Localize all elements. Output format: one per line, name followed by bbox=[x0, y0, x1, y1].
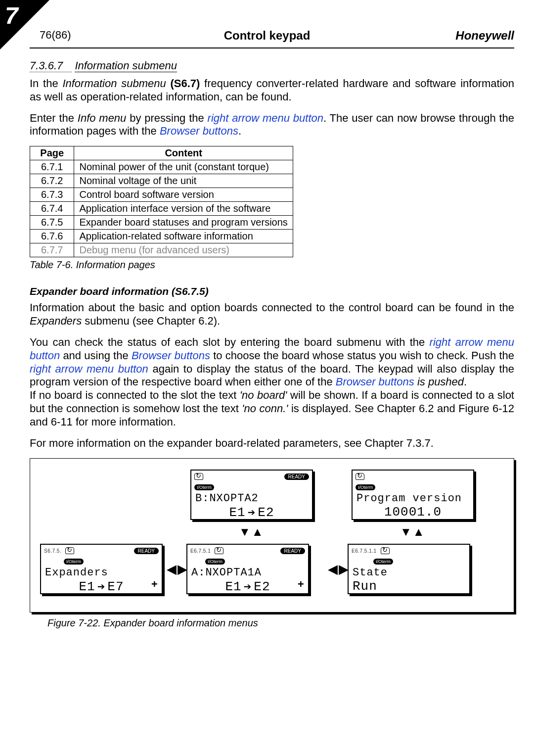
header-rule bbox=[30, 47, 514, 48]
brand-logo: Honeywell bbox=[455, 29, 514, 43]
right-arrow-link: right arrow menu button bbox=[208, 112, 323, 124]
paragraph-sub-1: Information about the basic and option b… bbox=[30, 301, 514, 328]
lcd-line1: A:NXOPTA1A bbox=[187, 567, 308, 579]
section-title: Information submenu bbox=[75, 59, 177, 72]
table-row: 6.7.1Nominal power of the unit (constant… bbox=[30, 160, 293, 174]
rotate-icon bbox=[215, 547, 223, 554]
rotate-icon bbox=[381, 547, 390, 554]
left-right-nav-icon: ◀▶ bbox=[167, 562, 187, 577]
lcd-line1: Expanders bbox=[41, 567, 162, 579]
table-row: 6.7.7Debug menu (for advanced users) bbox=[30, 243, 293, 257]
rotate-icon bbox=[65, 547, 74, 554]
browser-buttons-link: Browser buttons bbox=[160, 125, 238, 137]
col-content: Content bbox=[74, 146, 293, 160]
section-number: 7.3.6.7 bbox=[30, 59, 72, 72]
left-right-nav-icon: ◀▶ bbox=[328, 562, 349, 577]
ready-badge: READY bbox=[280, 548, 305, 554]
table-row: 6.7.5Expander board statuses and program… bbox=[30, 216, 293, 230]
paragraph-sub-2: You can check the status of each slot by… bbox=[30, 336, 514, 389]
table-row: 6.7.2Nominal voltage of the unit bbox=[30, 174, 293, 188]
chapter-number: 7 bbox=[5, 2, 18, 29]
lcd-line1: State bbox=[349, 567, 469, 579]
page-title: Control keypad bbox=[0, 29, 534, 43]
ioterm-badge: I/Oterm bbox=[194, 484, 214, 490]
ready-badge: READY bbox=[284, 473, 309, 480]
lcd-line1: Program version bbox=[353, 492, 473, 505]
rotate-icon bbox=[194, 473, 203, 480]
lcd-path: E6.7.5.1 bbox=[190, 548, 211, 554]
lcd-path: S6.7.5. bbox=[44, 548, 61, 554]
subsection-heading: Expander board information (S6.7.5) bbox=[30, 285, 514, 297]
expander-diagram: READY I/Oterm B:NXOPTA2 E1➔E2 I/Oter bbox=[30, 458, 514, 629]
table-header-row: Page Content bbox=[30, 146, 293, 160]
lcd-screen-slot-a: E6.7.5.1 READY I/Oterm A:NXOPTA1A E1➔E2 … bbox=[186, 544, 309, 594]
lcd-line2: Run bbox=[349, 579, 469, 596]
lcd-line2: E1➔E2 bbox=[191, 505, 312, 522]
plus-icon: + bbox=[151, 579, 158, 591]
plus-icon: + bbox=[298, 579, 304, 591]
table-caption: Table 7-6. Information pages bbox=[30, 259, 514, 271]
rotate-icon bbox=[356, 473, 364, 480]
lcd-screen-b-alt: READY I/Oterm B:NXOPTA2 E1➔E2 bbox=[190, 470, 313, 520]
lcd-line2: E1➔E7 bbox=[41, 579, 162, 597]
lcd-screen-state: E6.7.5.1.1 I/Oterm State Run bbox=[348, 544, 470, 594]
table-row: 6.7.3Control board software version bbox=[30, 188, 293, 202]
ioterm-badge: I/Oterm bbox=[205, 559, 225, 565]
lcd-line1: B:NXOPTA2 bbox=[191, 492, 312, 505]
lcd-line2: E1➔E2 bbox=[187, 579, 308, 597]
up-down-nav-icon: ▼▲ bbox=[400, 525, 425, 539]
ready-badge: READY bbox=[134, 548, 159, 554]
ioterm-badge: I/Oterm bbox=[373, 559, 393, 565]
section-heading: 7.3.6.7 Information submenu bbox=[30, 59, 514, 72]
lcd-line2: 10001.0 bbox=[353, 505, 473, 521]
up-down-nav-icon: ▼▲ bbox=[239, 525, 264, 539]
col-page: Page bbox=[30, 146, 74, 160]
figure-caption: Figure 7-22. Expander board information … bbox=[47, 617, 514, 629]
table-row: 6.7.4Application interface version of th… bbox=[30, 202, 293, 216]
info-pages-table: Page Content 6.7.1Nominal power of the u… bbox=[30, 146, 293, 257]
paragraph-sub-3: If no board is connected to the slot the… bbox=[30, 389, 514, 428]
lcd-path: E6.7.5.1.1 bbox=[352, 548, 377, 554]
lcd-screen-c-alt: I/Oterm Program version 10001.0 bbox=[352, 470, 474, 520]
table-row: 6.7.6Application-related software inform… bbox=[30, 230, 293, 243]
ioterm-badge: I/Oterm bbox=[356, 484, 375, 490]
paragraph-sub-4: For more information on the expander boa… bbox=[30, 437, 514, 450]
paragraph-1: In the Information submenu (S6.7) freque… bbox=[30, 77, 514, 104]
lcd-screen-expanders: S6.7.5. READY I/Oterm Expanders E1➔E7 + bbox=[40, 544, 163, 594]
ioterm-badge: I/Oterm bbox=[64, 559, 84, 565]
paragraph-2: Enter the Info menu by pressing the righ… bbox=[30, 112, 514, 139]
